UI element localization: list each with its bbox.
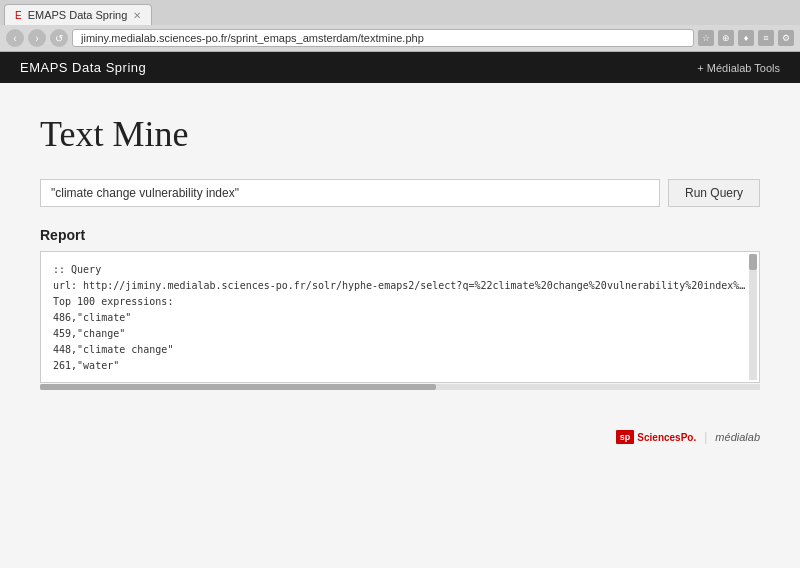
report-line-2: Top 100 expressions:	[53, 294, 747, 310]
sciencespo-logo: sp SciencesPo.	[616, 430, 696, 444]
tab-favicon: E	[15, 10, 22, 21]
report-section: Report :: Query url: http://jiminy.media…	[40, 227, 760, 390]
medialab-tools-button[interactable]: + Médialab Tools	[697, 62, 780, 74]
report-line-6: 261,"water"	[53, 358, 747, 372]
report-line-5: 448,"climate change"	[53, 342, 747, 358]
run-query-button[interactable]: Run Query	[668, 179, 760, 207]
horizontal-scrollbar[interactable]	[40, 384, 760, 390]
browser-icons: ☆ ⊕ ♦ ≡ ⚙	[698, 30, 794, 46]
scrollbar-thumb	[749, 254, 757, 270]
back-button[interactable]: ‹	[6, 29, 24, 47]
hscrollbar-thumb	[40, 384, 436, 390]
sciencespo-icon: sp	[616, 430, 635, 444]
settings-icon[interactable]: ⚙	[778, 30, 794, 46]
app-header-title: EMAPS Data Spring	[20, 60, 146, 75]
bookmark-icon[interactable]: ⊕	[718, 30, 734, 46]
medialab-label: médialab	[715, 431, 760, 443]
menu-icon[interactable]: ≡	[758, 30, 774, 46]
tab-title: EMAPS Data Spring	[28, 9, 128, 21]
browser-tab[interactable]: E EMAPS Data Spring ✕	[4, 4, 152, 25]
browser-chrome: E EMAPS Data Spring ✕ ‹ › ↺ ☆ ⊕ ♦ ≡ ⚙	[0, 0, 800, 52]
tab-bar: E EMAPS Data Spring ✕	[0, 0, 800, 25]
footer-logos: sp SciencesPo. | médialab	[40, 430, 760, 444]
query-input[interactable]	[40, 179, 660, 207]
report-line-4: 459,"change"	[53, 326, 747, 342]
report-box: :: Query url: http://jiminy.medialab.sci…	[40, 251, 760, 383]
address-bar-row: ‹ › ↺ ☆ ⊕ ♦ ≡ ⚙	[0, 25, 800, 51]
address-input[interactable]	[72, 29, 694, 47]
star-icon[interactable]: ☆	[698, 30, 714, 46]
app-header: EMAPS Data Spring + Médialab Tools	[0, 52, 800, 83]
reload-button[interactable]: ↺	[50, 29, 68, 47]
query-row: Run Query	[40, 179, 760, 207]
vertical-scrollbar[interactable]	[749, 254, 757, 380]
app-content: Text Mine Run Query Report :: Query url:…	[0, 83, 800, 568]
report-line-0: :: Query	[53, 262, 747, 278]
report-line-1: url: http://jiminy.medialab.sciences-po.…	[53, 278, 747, 294]
tab-close-icon[interactable]: ✕	[133, 10, 141, 21]
report-content: :: Query url: http://jiminy.medialab.sci…	[53, 262, 747, 372]
report-title: Report	[40, 227, 760, 243]
forward-button[interactable]: ›	[28, 29, 46, 47]
page-title: Text Mine	[40, 113, 760, 155]
report-line-3: 486,"climate"	[53, 310, 747, 326]
logo-separator: |	[704, 430, 707, 444]
sciencespo-label: SciencesPo.	[637, 432, 696, 443]
user-icon[interactable]: ♦	[738, 30, 754, 46]
